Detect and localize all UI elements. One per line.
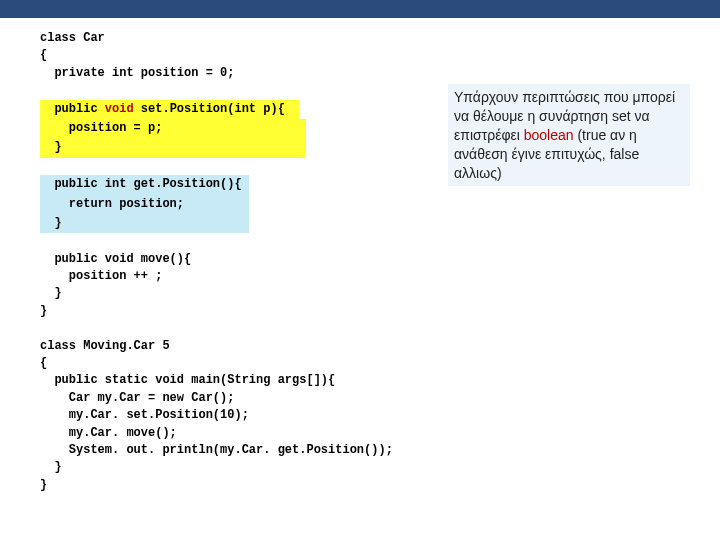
- code-line: }: [40, 303, 460, 320]
- code-line-getposition: public int get.Position(){: [40, 175, 460, 194]
- code-line: }: [40, 214, 460, 233]
- code-line: Car my.Car = new Car();: [40, 390, 460, 407]
- code-line: [40, 233, 460, 250]
- note-boolean: boolean: [524, 127, 574, 143]
- code-line: my.Car. move();: [40, 425, 460, 442]
- code-line: }: [40, 459, 460, 476]
- code-line: {: [40, 355, 460, 372]
- code-line: [40, 82, 460, 99]
- code-line-setposition: public void set.Position(int p){: [40, 100, 460, 119]
- code-line: my.Car. set.Position(10);: [40, 407, 460, 424]
- slide-top-bar: [0, 0, 720, 18]
- code-line: private int position = 0;: [40, 65, 460, 82]
- code-line: class Car: [40, 30, 460, 47]
- code-line: [40, 158, 460, 175]
- code-line: System. out. println(my.Car. get.Positio…: [40, 442, 460, 459]
- code-line: [40, 320, 460, 337]
- keyword-void: void: [105, 102, 134, 116]
- annotation-note: Υπάρχουν περιπτώσεις που μπορεί να θέλου…: [448, 84, 690, 186]
- code-line: }: [40, 477, 460, 494]
- code-block: class Car { private int position = 0; pu…: [40, 30, 460, 494]
- code-line: position ++ ;: [40, 268, 460, 285]
- code-line: }: [40, 285, 460, 302]
- code-line: return position;: [40, 195, 460, 214]
- code-line: {: [40, 47, 460, 64]
- code-line: public static void main(String args[]){: [40, 372, 460, 389]
- code-line: class Moving.Car 5: [40, 338, 460, 355]
- code-line: }: [40, 138, 460, 157]
- code-line: position = p;: [40, 119, 460, 138]
- code-line: public void move(){: [40, 251, 460, 268]
